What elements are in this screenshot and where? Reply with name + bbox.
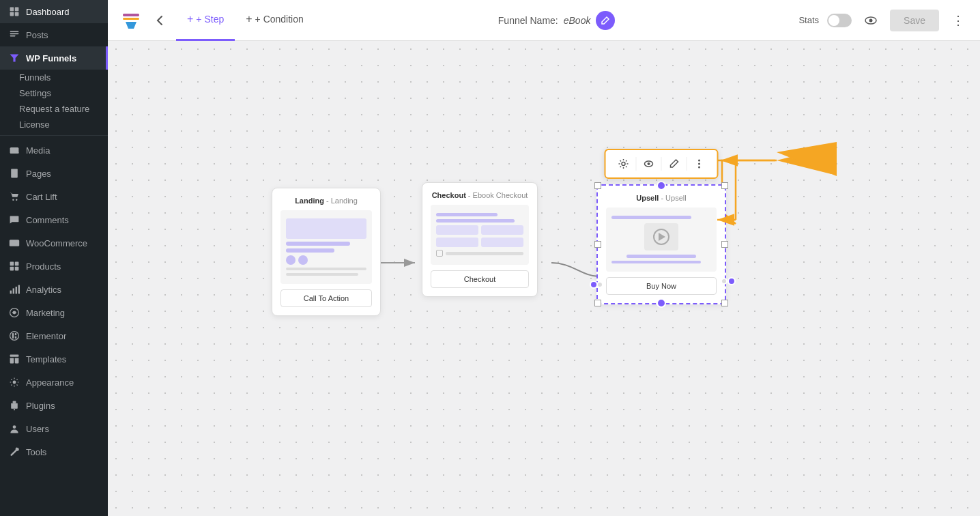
svg-rect-18 <box>10 262 14 266</box>
stats-toggle[interactable] <box>827 14 852 27</box>
landing-node[interactable]: Landing - Landing Call To Action <box>272 188 381 316</box>
pages-icon <box>8 167 20 180</box>
svg-point-38 <box>13 425 16 429</box>
toolbar-divider-2 <box>661 157 662 171</box>
sidebar-label-analytics: Analytics <box>26 285 61 295</box>
left-connector <box>590 278 603 291</box>
tab-step[interactable]: + + Step <box>176 0 235 41</box>
sidebar-item-templates[interactable]: Templates <box>0 347 108 371</box>
plugins-icon <box>8 399 20 412</box>
svg-marker-50 <box>777 147 831 174</box>
connector-svg <box>108 41 980 516</box>
sidebar-sub-funnels[interactable]: Funnels <box>0 70 108 85</box>
appearance-icon <box>8 376 20 388</box>
landing-cta-button[interactable]: Call To Action <box>280 289 372 307</box>
tab-condition[interactable]: + + Condition <box>235 0 315 41</box>
edit-funnel-name-button[interactable] <box>596 11 615 30</box>
cart-lift-icon <box>8 190 20 203</box>
sidebar-label-wp-funnels: WP Funnels <box>26 53 76 63</box>
more-options-button[interactable]: ⋮ <box>947 10 969 31</box>
sidebar-item-cart-lift[interactable]: Cart Lift <box>0 185 108 208</box>
resize-handle-bl[interactable] <box>594 300 601 306</box>
toolbar-preview-button[interactable] <box>639 154 659 173</box>
toolbar-more-button[interactable] <box>690 154 709 173</box>
preview-button[interactable] <box>860 10 882 31</box>
svg-rect-14 <box>12 175 15 175</box>
left-dot-grey <box>596 281 603 288</box>
sidebar-label-plugins: Plugins <box>26 401 55 411</box>
sidebar-item-marketing[interactable]: Marketing <box>0 301 108 324</box>
toolbar-settings-button[interactable] <box>614 154 633 173</box>
funnel-name-section: Funnel Name: eBook <box>315 11 799 30</box>
svg-rect-32 <box>10 358 14 363</box>
upsell-preview <box>606 207 717 272</box>
svg-rect-28 <box>12 333 14 339</box>
svg-rect-4 <box>10 31 19 32</box>
topbar: + + Step + + Condition Funnel Name: eBoo… <box>108 0 980 41</box>
svg-point-54 <box>622 162 625 166</box>
sidebar-item-wp-funnels[interactable]: WP Funnels <box>0 46 108 70</box>
sidebar-item-dashboard[interactable]: Dashboard <box>0 0 108 23</box>
svg-rect-0 <box>10 8 14 12</box>
svg-rect-30 <box>15 336 16 339</box>
svg-rect-33 <box>15 358 19 363</box>
resize-handle-tr[interactable] <box>721 182 728 189</box>
sidebar-item-woocommerce[interactable]: WooCommerce <box>0 231 108 255</box>
resize-handle-tl[interactable] <box>594 182 601 189</box>
tab-condition-label: + Condition <box>255 14 304 25</box>
step-plus-icon: + <box>187 13 193 25</box>
funnel-name-value: eBook <box>564 15 591 26</box>
resize-handle-left[interactable] <box>594 241 601 248</box>
right-connector <box>721 277 736 285</box>
funnel-name-label: Funnel Name: <box>498 15 558 26</box>
sidebar-label-comments: Comments <box>26 215 69 225</box>
svg-rect-2 <box>10 12 14 16</box>
resize-handle-right[interactable] <box>721 241 728 248</box>
sidebar-sub-settings[interactable]: Settings <box>0 85 108 101</box>
upsell-node[interactable]: Upsell - Upsell Buy Now <box>596 184 726 304</box>
upsell-buy-button[interactable]: Buy Now <box>606 277 717 295</box>
checkout-button[interactable]: Checkout <box>431 270 529 288</box>
sidebar-divider-1 <box>0 135 108 136</box>
sidebar-item-comments[interactable]: Comments <box>0 208 108 231</box>
sidebar-item-appearance[interactable]: Appearance <box>0 371 108 394</box>
back-button[interactable] <box>149 10 171 31</box>
sidebar-sub-request-feature[interactable]: Request a feature <box>0 101 108 117</box>
svg-point-57 <box>698 160 700 162</box>
svg-point-34 <box>13 381 16 384</box>
sidebar-item-posts[interactable]: Posts <box>0 23 108 46</box>
right-dot-grey <box>721 278 727 285</box>
sidebar-item-tools[interactable]: Tools <box>0 440 108 463</box>
analytics-icon <box>8 283 20 296</box>
sidebar-sub-license[interactable]: License <box>0 117 108 132</box>
toolbar-edit-button[interactable] <box>665 154 684 173</box>
sidebar-item-media[interactable]: Media <box>0 139 108 162</box>
svg-rect-1 <box>15 8 19 12</box>
svg-point-45 <box>869 18 873 22</box>
elementor-icon <box>8 330 20 342</box>
sidebar-item-products[interactable]: Products <box>0 255 108 278</box>
sidebar-item-elementor[interactable]: Elementor <box>0 324 108 347</box>
annotation-svg <box>108 41 980 516</box>
resize-handle-br[interactable] <box>721 300 728 306</box>
tools-icon <box>8 446 20 458</box>
products-icon <box>8 260 20 272</box>
sidebar-item-analytics[interactable]: Analytics <box>0 278 108 301</box>
connection-handle-top[interactable] <box>657 181 666 190</box>
svg-rect-21 <box>15 267 19 271</box>
sidebar-item-plugins[interactable]: Plugins <box>0 394 108 417</box>
svg-rect-5 <box>10 33 19 35</box>
svg-marker-7 <box>10 54 19 61</box>
svg-rect-23 <box>13 288 14 293</box>
save-button[interactable]: Save <box>890 10 939 31</box>
upsell-wrapper: Upsell - Upsell Buy Now <box>596 184 726 304</box>
landing-preview <box>280 210 372 284</box>
checkout-node[interactable]: Checkout - Ebook Checkout <box>422 182 538 297</box>
sidebar-item-users[interactable]: Users <box>0 417 108 440</box>
sidebar-item-pages[interactable]: Pages <box>0 162 108 185</box>
connection-handle-bottom[interactable] <box>657 298 666 308</box>
svg-rect-3 <box>15 12 19 16</box>
funnel-canvas[interactable]: Landing - Landing Call To Action Checkou… <box>108 41 980 516</box>
svg-rect-36 <box>11 403 18 409</box>
checkout-node-header: Checkout - Ebook Checkout <box>431 191 529 199</box>
